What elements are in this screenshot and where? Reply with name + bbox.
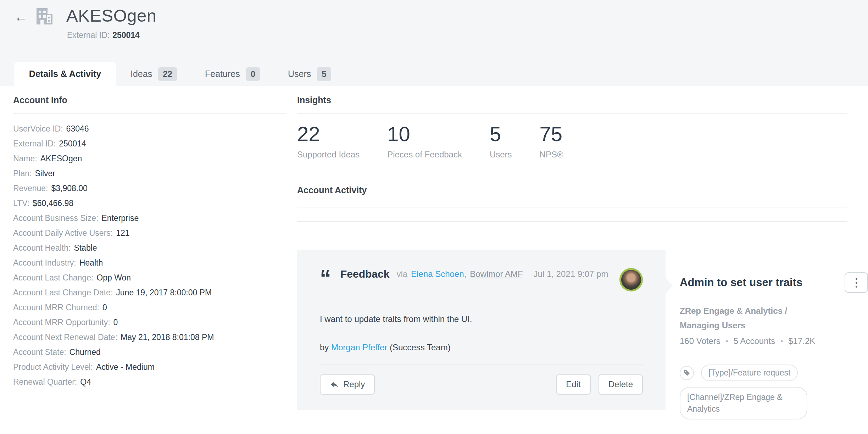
- tab-features[interactable]: Features 0: [205, 62, 260, 86]
- building-icon: [35, 7, 54, 26]
- feedback-byline: by Morgan Pfeffer (Success Team): [320, 343, 451, 352]
- feedback-author-team: (Success Team): [390, 343, 451, 352]
- tab-features-count-badge: 0: [246, 67, 260, 81]
- tab-details-activity[interactable]: Details & Activity: [14, 62, 116, 86]
- idea-tags-row: [Type]/Feature request: [680, 365, 868, 381]
- field-industry: Account Industry:Health: [13, 255, 286, 270]
- field-renewal-quarter: Renewal Quarter:Q4: [13, 374, 286, 389]
- reply-icon: [330, 380, 339, 389]
- field-mrr-opportunity: Account MRR Opportunity:0: [13, 315, 286, 330]
- field-uservoice-id: UserVoice ID:63046: [13, 121, 286, 136]
- stat-nps: 75 NPS®: [540, 123, 563, 160]
- insights-title: Insights: [297, 95, 331, 105]
- feedback-card-arrow: [666, 278, 673, 294]
- reply-button[interactable]: Reply: [320, 374, 375, 395]
- feedback-body-text: I want to update traits from within the …: [320, 314, 472, 324]
- feedback-via-label: via: [396, 269, 407, 279]
- tab-users-label: Users: [288, 69, 311, 79]
- activity-divider-bottom: [297, 221, 847, 222]
- account-info-divider: [13, 113, 286, 114]
- field-revenue: Revenue:$3,908.00: [13, 181, 286, 196]
- field-plan: Plan:Silver: [13, 166, 286, 181]
- idea-category-line2: Managing Users: [680, 318, 868, 333]
- idea-voters: 160 Voters: [680, 336, 720, 346]
- feedback-card: “ Feedback via Elena Schoen, Bowlmor AMF…: [297, 250, 666, 410]
- feedback-footer: Reply Edit Delete: [320, 374, 643, 395]
- stat-supported-ideas: 22 Supported Ideas: [297, 123, 360, 160]
- feedback-by-label: by: [320, 343, 329, 352]
- idea-category: ZRep Engage & Analytics / Managing Users: [680, 304, 868, 333]
- field-product-activity-level: Product Activity Level:Active - Medium: [13, 360, 286, 374]
- field-last-change: Account Last Change:Opp Won: [13, 270, 286, 285]
- feedback-card-header: “ Feedback via Elena Schoen, Bowlmor AMF…: [320, 268, 608, 280]
- account-info-fields: UserVoice ID:63046 External ID:250014 Na…: [13, 121, 286, 389]
- tag-icon: [683, 369, 690, 377]
- insights-divider: [297, 113, 847, 114]
- tab-ideas[interactable]: Ideas 22: [130, 62, 177, 86]
- tab-features-label: Features: [205, 69, 240, 79]
- activity-divider-top: [297, 207, 847, 207]
- contact-avatar[interactable]: [619, 268, 643, 291]
- idea-accounts: 5 Accounts: [734, 336, 775, 346]
- delete-button-label: Delete: [608, 379, 633, 390]
- page-title: AKESOgen: [66, 6, 157, 26]
- field-external-id: External ID:250014: [13, 136, 286, 151]
- quote-icon: “: [320, 274, 331, 283]
- external-id-label: External ID:: [67, 30, 110, 40]
- stat-supported-ideas-label: Supported Ideas: [297, 150, 360, 160]
- stat-users: 5 Users: [490, 123, 512, 160]
- tab-ideas-label: Ideas: [130, 69, 152, 79]
- tab-ideas-count-badge: 22: [158, 67, 177, 81]
- tag-channel-pill[interactable]: [Channel]/ZRep Engage & Analytics: [680, 387, 807, 419]
- edit-button[interactable]: Edit: [556, 374, 590, 395]
- feedback-contact-link[interactable]: Elena Schoen: [411, 269, 464, 279]
- kebab-icon: [856, 278, 857, 280]
- feedback-comma: ,: [464, 269, 467, 279]
- insights-stats: 22 Supported Ideas 10 Pieces of Feedback…: [297, 123, 563, 160]
- field-business-size: Account Business Size:Enterprise: [13, 211, 286, 226]
- field-ltv: LTV:$60,466.98: [13, 196, 286, 211]
- account-activity-title: Account Activity: [297, 185, 367, 195]
- field-daily-active-users: Account Daily Active Users:121: [13, 226, 286, 240]
- field-last-change-date: Account Last Change Date:June 19, 2017 8…: [13, 285, 286, 300]
- stat-nps-value: 75: [540, 123, 563, 145]
- stat-pieces-of-feedback-value: 10: [387, 123, 462, 145]
- idea-header: Admin to set user traits: [680, 272, 868, 293]
- stat-users-label: Users: [490, 150, 512, 160]
- tag-type-pill[interactable]: [Type]/Feature request: [701, 365, 798, 381]
- idea-value: $17.2K: [788, 336, 815, 346]
- stat-supported-ideas-value: 22: [297, 123, 360, 145]
- field-next-renewal-date: Account Next Renewal Date:May 21, 2018 8…: [13, 330, 286, 345]
- field-mrr-churned: Account MRR Churned:0: [13, 300, 286, 315]
- idea-category-line1: ZRep Engage & Analytics /: [680, 304, 868, 318]
- account-details-page: ← AKESOgen External ID:250014 Details & …: [0, 0, 868, 434]
- edit-button-label: Edit: [566, 379, 580, 390]
- tab-users-count-badge: 5: [317, 67, 331, 81]
- field-health: Account Health:Stable: [13, 240, 286, 255]
- reply-button-label: Reply: [343, 379, 365, 390]
- tab-details-activity-label: Details & Activity: [29, 69, 101, 79]
- external-id-value: 250014: [112, 30, 140, 40]
- stat-pieces-of-feedback: 10 Pieces of Feedback: [387, 123, 462, 160]
- stat-nps-label: NPS®: [540, 150, 563, 160]
- back-button[interactable]: ←: [14, 10, 28, 23]
- delete-button[interactable]: Delete: [599, 374, 643, 395]
- field-name: Name:AKESOgen: [13, 151, 286, 166]
- idea-stats: 160 Voters • 5 Accounts • $17.2K: [680, 336, 868, 346]
- stat-pieces-of-feedback-label: Pieces of Feedback: [387, 150, 462, 160]
- bullet-separator: •: [780, 337, 783, 345]
- tab-users[interactable]: Users 5: [288, 62, 331, 86]
- feedback-timestamp: Jul 1, 2021 9:07 pm: [534, 269, 608, 279]
- bullet-separator: •: [726, 337, 728, 345]
- feedback-account-link[interactable]: Bowlmor AMF: [470, 269, 523, 279]
- linked-idea-panel: Admin to set user traits ZRep Engage & A…: [680, 272, 868, 419]
- feedback-author-link[interactable]: Morgan Pfeffer: [331, 343, 387, 352]
- idea-title: Admin to set user traits: [680, 272, 802, 290]
- page-header-band: ← AKESOgen External ID:250014 Details & …: [0, 0, 868, 86]
- idea-menu-button[interactable]: [845, 272, 868, 293]
- external-id-line: External ID:250014: [67, 30, 140, 40]
- stat-users-value: 5: [490, 123, 512, 145]
- field-account-state: Account State:Churned: [13, 345, 286, 360]
- tag-icon-circle: [680, 366, 694, 380]
- account-info-title: Account Info: [13, 95, 67, 105]
